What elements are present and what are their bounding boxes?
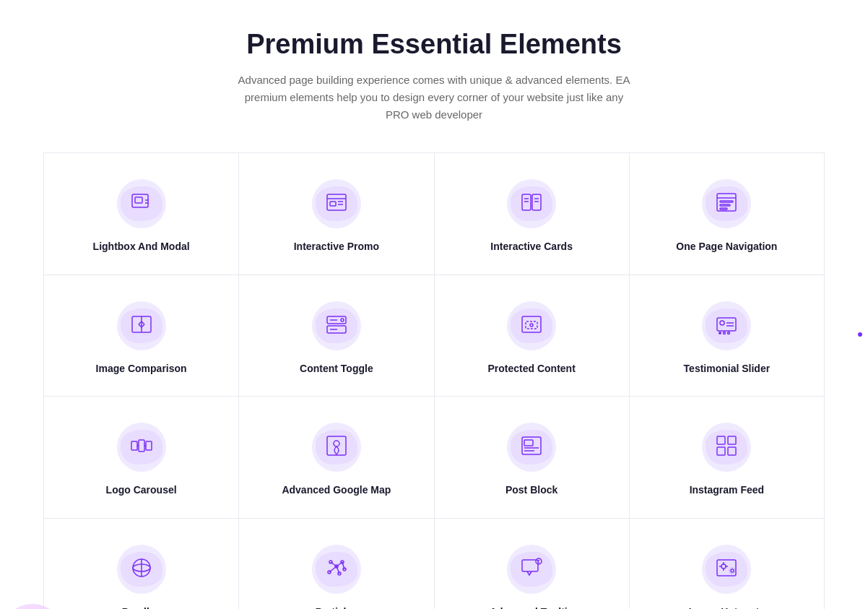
svg-point-35 [724,332,726,334]
svg-point-26 [341,319,344,321]
svg-point-69 [538,562,539,563]
svg-rect-28 [526,321,537,329]
svg-rect-27 [522,316,541,332]
one-page-navigation-icon [715,191,738,217]
post-block-icon-wrap [507,423,556,472]
svg-line-62 [337,562,342,566]
content-toggle-label: Content Toggle [300,362,373,376]
svg-point-77 [729,568,735,574]
svg-rect-48 [717,436,725,444]
parallax-label: Parallax [122,605,161,609]
svg-rect-38 [139,440,144,452]
advanced-tooltip-label: Advanced Tooltip [490,605,573,609]
instagram-feed-icon-wrap [702,423,751,472]
interactive-cards-icon [520,191,543,217]
card-interactive-promo[interactable]: Interactive Promo [239,153,434,275]
particles-label: Particles [316,605,357,609]
image-hotspots-icon-wrap [702,545,751,594]
svg-rect-18 [720,204,730,206]
page-title: Premium Essential Elements [43,29,825,60]
card-interactive-cards[interactable]: Interactive Cards [435,153,630,275]
one-page-navigation-icon-wrap [702,179,751,228]
card-post-block[interactable]: Post Block [435,397,630,519]
image-comparison-label: Image Comparison [96,362,187,376]
svg-point-34 [719,332,721,334]
card-image-comparison[interactable]: Image Comparison [44,275,239,397]
content-toggle-icon-wrap [312,301,361,350]
card-parallax[interactable]: Parallax [44,519,239,609]
content-toggle-icon [325,313,348,339]
particles-icon [325,556,348,582]
advanced-google-map-label: Advanced Google Map [282,483,391,498]
card-particles[interactable]: Particles [239,519,434,609]
advanced-tooltip-icon [520,556,543,582]
interactive-promo-icon-wrap [312,179,361,228]
protected-content-label: Protected Content [487,362,575,376]
card-advanced-google-map[interactable]: Advanced Google Map [239,397,434,519]
parallax-icon-wrap [117,545,166,594]
svg-point-76 [731,569,734,572]
protected-content-icon [520,313,543,339]
svg-point-31 [720,321,724,325]
advanced-google-map-icon [325,434,348,460]
svg-rect-39 [146,441,152,450]
svg-point-71 [721,564,726,569]
testimonial-slider-label: Testimonial Slider [684,362,771,376]
interactive-cards-label: Interactive Cards [490,240,573,254]
svg-point-36 [728,332,730,334]
logo-carousel-label: Logo Carousel [106,483,177,498]
svg-rect-6 [330,202,336,206]
lightbox-modal-label: Lightbox And Modal [93,240,190,254]
page-header: Premium Essential Elements Advanced page… [43,29,825,124]
interactive-promo-label: Interactive Promo [294,240,379,254]
interactive-cards-icon-wrap [507,179,556,228]
card-one-page-navigation[interactable]: One Page Navigation [630,153,825,275]
post-block-label: Post Block [505,483,557,498]
svg-rect-37 [131,441,137,450]
card-logo-carousel[interactable]: Logo Carousel [44,397,239,519]
image-comparison-icon-wrap [117,301,166,350]
svg-line-61 [331,562,337,566]
protected-content-icon-wrap [507,301,556,350]
svg-rect-1 [135,197,142,203]
one-page-navigation-label: One Page Navigation [676,240,777,254]
svg-rect-10 [532,194,541,210]
instagram-feed-label: Instagram Feed [690,483,764,498]
elements-grid: Lightbox And ModalInteractive PromoInter… [43,152,825,609]
image-hotspots-label: Image Hotspots [689,605,765,609]
svg-point-29 [530,324,533,327]
particles-icon-wrap [312,545,361,594]
instagram-feed-icon [715,434,738,460]
svg-rect-9 [522,194,531,210]
lightbox-modal-icon [130,191,153,217]
svg-rect-50 [717,447,725,455]
interactive-promo-icon [325,191,348,217]
card-lightbox-modal[interactable]: Lightbox And Modal [44,153,239,275]
advanced-google-map-icon-wrap [312,423,361,472]
svg-point-43 [334,441,339,446]
page-description: Advanced page building experience comes … [232,72,636,124]
testimonial-slider-icon-wrap [702,301,751,350]
post-block-icon [520,434,543,460]
svg-rect-51 [728,447,736,455]
image-hotspots-icon [715,556,738,582]
card-instagram-feed[interactable]: Instagram Feed [630,397,825,519]
logo-carousel-icon [130,434,153,460]
advanced-tooltip-icon-wrap [507,545,556,594]
svg-rect-42 [327,436,346,455]
svg-rect-45 [524,440,533,446]
scroll-indicator [858,332,862,337]
lightbox-modal-icon-wrap [117,179,166,228]
svg-rect-49 [728,436,736,444]
testimonial-slider-icon [715,313,738,339]
card-testimonial-slider[interactable]: Testimonial Slider [630,275,825,397]
card-content-toggle[interactable]: Content Toggle [239,275,434,397]
card-advanced-tooltip[interactable]: Advanced Tooltip [435,519,630,609]
logo-carousel-icon-wrap [117,423,166,472]
svg-line-63 [329,566,337,572]
svg-rect-19 [720,208,727,210]
parallax-icon [130,556,153,582]
page-wrapper: Premium Essential Elements Advanced page… [0,0,868,609]
card-image-hotspots[interactable]: Image Hotspots [630,519,825,609]
card-protected-content[interactable]: Protected Content [435,275,630,397]
